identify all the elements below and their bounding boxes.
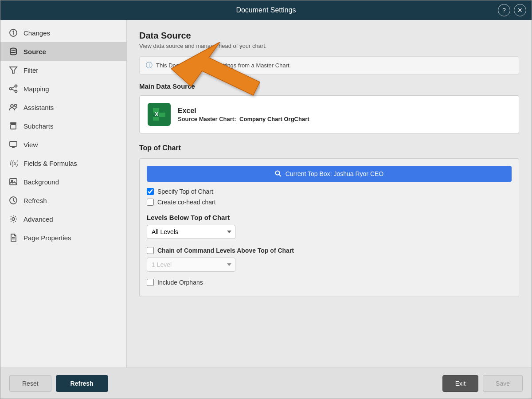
svg-rect-26 (159, 108, 165, 113)
svg-point-2 (13, 31, 14, 32)
sidebar-item-fields-formulas[interactable]: f(x) Fields & Formulas (0, 154, 126, 172)
sidebar-label-page-properties: Page Properties (23, 234, 71, 242)
clock-icon (8, 196, 18, 205)
sidebar-item-filter[interactable]: Filter (0, 61, 126, 79)
file-icon (8, 233, 18, 243)
co-head-checkbox[interactable] (147, 199, 154, 206)
sidebar-item-view[interactable]: View (0, 135, 126, 154)
svg-point-7 (15, 90, 17, 93)
main-data-source-label: Main Data Source (139, 82, 519, 90)
page-title: Data Source (139, 31, 519, 41)
chain-levels-select[interactable]: 1 Level 2 Levels 3 Levels (147, 258, 235, 272)
co-head-row: Create co-head chart (147, 199, 512, 206)
page-subtitle: View data source and manage head of your… (139, 43, 519, 49)
excel-icon: X (148, 103, 171, 126)
sidebar-item-advanced[interactable]: Advanced (0, 210, 126, 228)
info-circle-icon (8, 28, 18, 38)
assistants-icon (8, 102, 18, 112)
orphans-section: Include Orphans (147, 279, 512, 286)
main-content: Changes Source (0, 20, 532, 368)
bottom-right-buttons: Exit Save (442, 375, 523, 392)
document-settings-dialog: Document Settings ? ✕ Changes (0, 0, 532, 399)
close-button[interactable]: ✕ (514, 4, 526, 16)
function-icon: f(x) (8, 158, 18, 168)
help-button[interactable]: ? (498, 4, 510, 16)
sidebar-item-page-properties[interactable]: Page Properties (0, 228, 126, 247)
sidebar-item-refresh[interactable]: Refresh (0, 191, 126, 210)
info-banner: ⓘ This Document inherits settings from a… (139, 56, 519, 74)
sidebar-label-advanced: Advanced (23, 215, 53, 223)
database-icon (8, 47, 18, 56)
datasource-master: Source Master Chart: Company Chart OrgCh… (178, 116, 309, 122)
co-head-label[interactable]: Create co-head chart (157, 199, 216, 206)
svg-point-10 (11, 105, 13, 107)
subcharts-icon (8, 121, 18, 131)
monitor-icon (8, 140, 18, 149)
levels-section: Levels Below Top of Chart All Levels 1 L… (147, 214, 512, 239)
refresh-button[interactable]: Refresh (56, 375, 108, 392)
svg-rect-30 (159, 117, 165, 121)
orphans-label[interactable]: Include Orphans (157, 279, 203, 286)
bottom-bar: Reset Refresh Exit Save (0, 368, 532, 399)
sidebar-item-subcharts[interactable]: Subcharts (0, 117, 126, 135)
svg-rect-13 (10, 141, 17, 146)
svg-point-11 (15, 105, 17, 107)
orphans-row: Include Orphans (147, 279, 512, 286)
save-button[interactable]: Save (483, 375, 523, 392)
image-icon (8, 177, 18, 187)
top-of-chart-title: Top of Chart (139, 144, 519, 152)
svg-point-3 (10, 48, 16, 51)
data-source-card: X Excel Source Master Chart: Company Cha… (139, 95, 519, 133)
orphans-checkbox[interactable] (147, 279, 154, 286)
sidebar-item-background[interactable]: Background (0, 172, 126, 191)
svg-text:X: X (155, 111, 159, 117)
exit-button[interactable]: Exit (442, 375, 478, 392)
svg-line-9 (12, 89, 15, 91)
sidebar-label-subcharts: Subcharts (23, 122, 54, 130)
svg-point-5 (10, 88, 12, 90)
svg-point-32 (275, 171, 279, 175)
svg-line-8 (12, 86, 15, 88)
info-banner-text: This Document inherits settings from a M… (156, 62, 291, 69)
chain-checkbox-row: Chain of Command Levels Above Top of Cha… (147, 247, 512, 254)
datasource-type: Excel (178, 107, 309, 115)
specify-top-checkbox[interactable] (147, 188, 154, 195)
svg-text:f(x): f(x) (10, 160, 18, 167)
data-source-info: Excel Source Master Chart: Company Chart… (178, 107, 309, 122)
content-area: Data Source View data source and manage … (127, 20, 532, 368)
specify-top-label[interactable]: Specify Top of Chart (157, 188, 213, 195)
current-top-button[interactable]: Current Top Box: Joshua Ryor CEO (147, 166, 512, 182)
levels-select[interactable]: All Levels 1 Level 2 Levels 3 Levels 4 L… (147, 225, 235, 239)
sidebar-label-source: Source (23, 48, 46, 55)
master-chart-label: Source Master Chart: (178, 116, 236, 122)
sidebar-item-mapping[interactable]: Mapping (0, 79, 126, 98)
mapping-icon (8, 84, 18, 94)
sidebar-item-assistants[interactable]: Assistants (0, 98, 126, 117)
sidebar-label-filter: Filter (23, 66, 38, 74)
levels-label: Levels Below Top of Chart (147, 214, 512, 221)
specify-top-row: Specify Top of Chart (147, 188, 512, 195)
sidebar-item-changes[interactable]: Changes (0, 23, 126, 42)
svg-marker-4 (10, 67, 17, 73)
top-of-chart-container: Current Top Box: Joshua Ryor CEO Specify… (139, 158, 519, 297)
filter-icon (8, 65, 18, 75)
svg-rect-17 (10, 179, 17, 185)
dialog-title: Document Settings (236, 6, 296, 14)
svg-point-20 (12, 218, 15, 220)
sidebar-label-changes: Changes (23, 29, 50, 37)
svg-rect-28 (159, 113, 165, 117)
svg-point-6 (15, 85, 17, 87)
titlebar: Document Settings ? ✕ (0, 0, 532, 20)
chain-checkbox[interactable] (147, 247, 154, 254)
sidebar-label-view: View (23, 141, 38, 149)
current-top-label: Current Top Box: Joshua Ryor CEO (286, 170, 384, 177)
sidebar-label-fields-formulas: Fields & Formulas (23, 160, 77, 167)
svg-rect-12 (11, 125, 16, 129)
bottom-left-buttons: Reset Refresh (9, 375, 108, 392)
titlebar-controls: ? ✕ (498, 4, 526, 16)
sidebar-item-source[interactable]: Source (0, 42, 126, 61)
chain-section: Chain of Command Levels Above Top of Cha… (147, 247, 512, 272)
sidebar-label-assistants: Assistants (23, 104, 54, 111)
chain-label[interactable]: Chain of Command Levels Above Top of Cha… (157, 247, 294, 254)
reset-button[interactable]: Reset (9, 375, 51, 392)
